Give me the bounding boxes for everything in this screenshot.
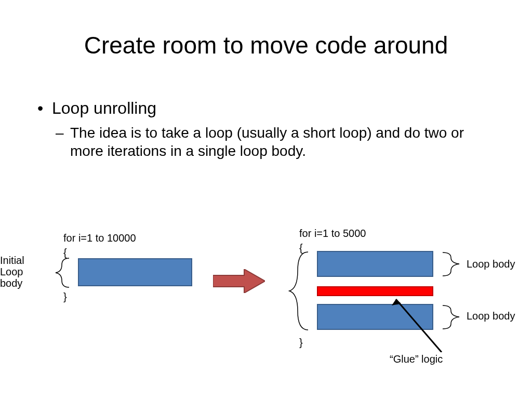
right-close-brace: } bbox=[299, 337, 303, 349]
right-for-statement: for i=1 to 5000 bbox=[299, 228, 366, 240]
glue-pointer-arrow-icon bbox=[390, 295, 452, 352]
bullet-level2: The idea is to take a loop (usually a sh… bbox=[70, 124, 470, 160]
glue-logic-label: “Glue” logic bbox=[390, 353, 443, 365]
bullet-level1: Loop unrolling bbox=[52, 99, 156, 118]
left-loop-body-box bbox=[78, 258, 192, 286]
brace-left-icon bbox=[55, 257, 70, 288]
loop-body-label-top: Loop body bbox=[467, 258, 515, 270]
brace-big-left-icon bbox=[288, 251, 309, 331]
slide-title: Create room to move code around bbox=[0, 31, 532, 59]
left-open-brace: { bbox=[63, 247, 67, 259]
initial-loop-body-label: Initial Loop body bbox=[0, 255, 31, 289]
left-for-statement: for i=1 to 10000 bbox=[63, 232, 136, 244]
svg-line-1 bbox=[396, 299, 442, 352]
svg-marker-0 bbox=[213, 269, 265, 293]
brace-right-top-icon bbox=[442, 251, 460, 277]
right-loop-body-box-1 bbox=[317, 251, 433, 277]
loop-body-label-bot: Loop body bbox=[467, 310, 515, 322]
left-close-brace: } bbox=[63, 291, 67, 303]
transform-arrow-icon bbox=[213, 269, 265, 293]
